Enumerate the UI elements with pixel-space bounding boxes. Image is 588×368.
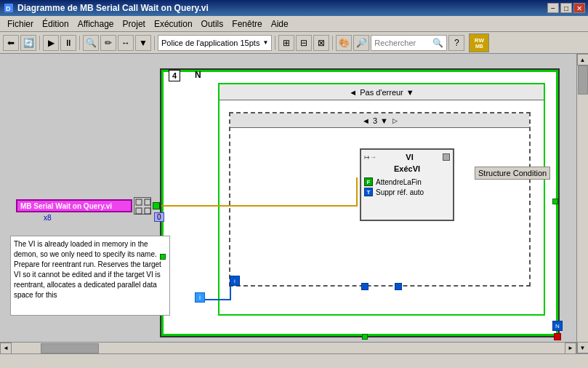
menu-projet[interactable]: Projet [118,17,150,31]
minimize-button[interactable]: − [547,3,559,13]
menu-bar: Fichier Édition Affichage Projet Exécuti… [0,16,588,32]
menu-outils[interactable]: Outils [197,17,228,31]
separator-1 [39,36,40,50]
status-bar [0,353,588,368]
toolbar: ⬅ 🔄 ▶ ⏸ 🔍 ✏ ↔ ▼ Police de l'application … [0,32,588,54]
menu-execution[interactable]: Exécution [150,17,197,31]
zero-constant[interactable]: 0 [154,212,164,222]
run-button[interactable]: ▶ [43,35,59,51]
zoom-button[interactable]: 🔎 [353,35,369,51]
text-note: The VI is already loaded in memory in th… [10,236,170,316]
iter-i-terminal: i [230,276,240,286]
i-constant[interactable]: i [195,292,205,303]
svg-rect-5 [145,208,150,214]
subvi-icon[interactable] [134,197,151,215]
menu-fenetre[interactable]: Fenêtre [227,17,266,31]
menu-affichage[interactable]: Affichage [73,17,118,31]
scroll-down-button[interactable]: ▼ [577,342,589,353]
attr2-label: Suppr réf. auto [376,188,424,196]
dist-button[interactable]: ⊟ [296,35,312,51]
border-sq-1 [160,254,166,260]
case-label: Pas d'erreur [360,88,403,97]
cond-terminal [554,333,561,340]
vi-label: VI [406,153,413,161]
scroll-left-button[interactable]: ◄ [0,343,12,354]
scroll-track-v [577,65,589,342]
rw-logo: RW MB [469,33,489,52]
svg-rect-3 [145,199,150,205]
case-structure-label: Structure Condition [475,167,550,180]
exec-label: ExécVI [364,164,450,173]
back-button[interactable]: ⬅ [3,35,19,51]
forward-button[interactable]: 🔄 [20,35,36,51]
loop-count-label: 4 [169,70,180,81]
subvi-block[interactable]: MB Serial Wait on Query.vi [16,199,132,212]
svg-text:D: D [6,5,11,12]
scroll-right-button[interactable]: ► [565,343,576,354]
tool3-button[interactable]: ↔ [118,35,134,51]
diagram-canvas[interactable]: 4 N ◄ Pas d'erreur ▼ ◄ 3 ▼ ▷ [0,54,576,342]
inner-label: 3 [373,116,377,125]
svg-rect-2 [136,199,142,205]
svg-rect-4 [136,208,142,214]
scroll-up-button[interactable]: ▲ [577,54,589,65]
attr1-label: AttendreLaFin [376,178,422,186]
menu-aide[interactable]: Aide [267,17,293,31]
n-label: N [195,70,201,80]
tool2-button[interactable]: ✏ [100,35,116,51]
separator-3 [154,36,155,50]
app-icon: D [3,2,15,14]
wire-i-h [204,299,231,300]
border-sq-2 [362,334,368,340]
menu-fichier[interactable]: Fichier [3,17,38,31]
x8-label: x8 [44,214,52,222]
border-sq-3 [552,199,558,204]
close-button[interactable]: ✕ [573,3,585,13]
scroll-thumb-h[interactable] [41,343,99,353]
scroll-track-h [12,343,565,353]
search-icon: 🔍 [432,38,443,48]
exec-vi-block[interactable]: ↦→ VI ExécVI F AttendreLaFin T Suppr réf… [360,148,454,221]
wire-main-v [356,177,358,207]
pause-button[interactable]: ⏸ [60,35,76,51]
separator-4 [275,36,275,50]
window-title: Diagramme de MB Serial Call Wait on Quer… [17,3,546,13]
bottom-terminal-2 [395,283,402,290]
tool1-button[interactable]: 🔍 [83,35,99,51]
search-box[interactable]: 🔍 [371,35,447,51]
tool4-button[interactable]: ▼ [135,35,151,51]
chevron-down-icon: ▼ [262,39,268,46]
horizontal-scrollbar[interactable]: ◄ ► [0,342,576,353]
title-bar: D Diagramme de MB Serial Call Wait on Qu… [0,0,588,16]
wire-i-v [230,286,231,300]
search-input[interactable] [374,39,432,47]
color-button[interactable]: 🎨 [336,35,352,51]
separator-5 [332,36,333,50]
separator-2 [79,36,80,50]
size-button[interactable]: ⊠ [313,35,329,51]
maximize-button[interactable]: □ [560,3,572,13]
help-button[interactable]: ? [448,35,464,51]
align-button[interactable]: ⊞ [278,35,294,51]
scroll-thumb-v[interactable] [578,65,588,95]
menu-edition[interactable]: Édition [38,17,73,31]
wire-main-h [161,205,358,207]
main-canvas-area: 4 N ◄ Pas d'erreur ▼ ◄ 3 ▼ ▷ [0,54,588,353]
vertical-scrollbar[interactable]: ▲ ▼ [576,54,588,353]
n-terminal: N [552,321,563,331]
font-dropdown[interactable]: Police de l'application 15pts ▼ [158,35,272,51]
connector-terminal [153,202,160,209]
bottom-terminal-1 [361,283,368,290]
